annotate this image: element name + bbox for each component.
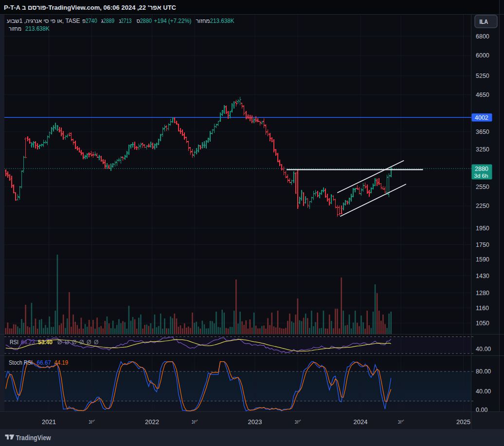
svg-text:Stoch RSI: Stoch RSI	[9, 359, 33, 366]
svg-text:2550: 2550	[476, 184, 489, 190]
svg-text:0.00: 0.00	[476, 407, 487, 413]
svg-text:RSI: RSI	[10, 339, 18, 346]
svg-text:יונ': יונ'	[398, 419, 404, 425]
svg-text:1950: 1950	[476, 225, 489, 232]
svg-text:2250: 2250	[476, 203, 489, 209]
svg-text:3250: 3250	[476, 146, 489, 153]
svg-text:ג‎2889: ג‎2889	[101, 18, 114, 24]
svg-text:1280: 1280	[476, 290, 489, 297]
svg-text:Ø: Ø	[57, 339, 62, 346]
svg-text:64.23: 64.23	[21, 339, 35, 346]
svg-text:6800: 6800	[476, 33, 489, 40]
svg-text:2022: 2022	[145, 418, 159, 426]
svg-text:2023: 2023	[248, 418, 262, 426]
svg-text:+194 (+7.22%): +194 (+7.22%)	[154, 18, 191, 24]
svg-text:1590: 1590	[476, 256, 489, 263]
svg-text:213.638K: 213.638K	[25, 25, 50, 32]
svg-text:מחזור: מחזור	[9, 25, 21, 32]
svg-text:או פי סי אנרגיה, 1שבוע, TASE: או פי סי אנרגיה, 1שבוע, TASE	[7, 18, 80, 24]
svg-text:44.19: 44.19	[54, 359, 69, 366]
svg-text:66.67: 66.67	[37, 359, 52, 366]
svg-text:40.00: 40.00	[476, 388, 491, 395]
svg-text:2024: 2024	[354, 418, 368, 426]
svg-text:5250: 5250	[476, 73, 489, 79]
svg-text:P-T-A פורסם ב-TradingView.com,: P-T-A פורסם ב-TradingView.com, אפר' 22, …	[4, 4, 177, 11]
svg-text:Ø: Ø	[79, 339, 84, 346]
svg-text:ס‎2880: ס‎2880	[137, 18, 152, 24]
svg-text:1750: 1750	[476, 242, 489, 248]
svg-text:40.00: 40.00	[476, 346, 491, 353]
svg-text:Ø: Ø	[87, 339, 91, 346]
svg-text:יונ': יונ'	[192, 419, 198, 425]
svg-text:4650: 4650	[476, 92, 489, 98]
svg-text:פ‎2740: פ‎2740	[82, 18, 97, 24]
svg-text:ILA: ILA	[480, 18, 488, 25]
svg-text:יונ': יונ'	[295, 419, 301, 425]
svg-text:נ‎2713: נ‎2713	[119, 18, 132, 24]
svg-text:מחזור‎213.638K: מחזור‎213.638K	[196, 18, 234, 24]
svg-text:80.00: 80.00	[476, 368, 491, 375]
svg-text:Ø: Ø	[94, 339, 98, 346]
svg-text:2025: 2025	[456, 418, 470, 426]
svg-text:Ø: Ø	[65, 339, 69, 346]
svg-text:Ø: Ø	[72, 339, 76, 346]
svg-text:1160: 1160	[476, 305, 489, 312]
svg-text:4002: 4002	[475, 114, 488, 121]
svg-text:3d 6h: 3d 6h	[474, 173, 488, 179]
svg-text:3650: 3650	[476, 129, 489, 135]
svg-text:TradingView: TradingView	[16, 434, 52, 442]
svg-text:6000: 6000	[476, 52, 489, 59]
svg-text:53.40: 53.40	[38, 339, 53, 346]
svg-text:2021: 2021	[42, 418, 56, 426]
svg-text:יונ': יונ'	[89, 419, 95, 425]
svg-text:1050: 1050	[476, 320, 489, 327]
svg-text:2880: 2880	[475, 166, 488, 172]
svg-text:1430: 1430	[476, 273, 489, 279]
